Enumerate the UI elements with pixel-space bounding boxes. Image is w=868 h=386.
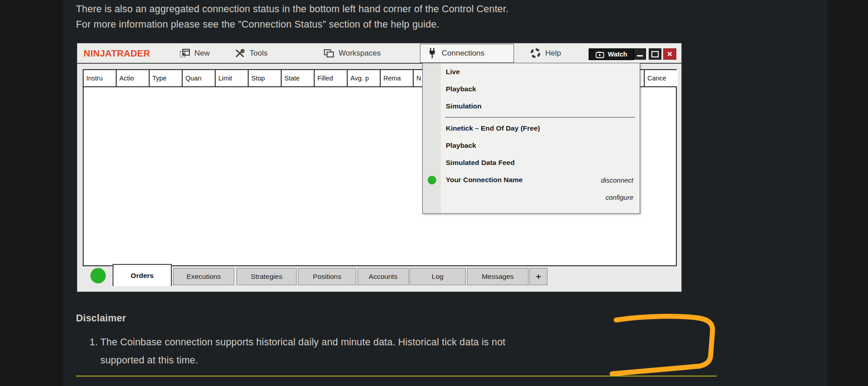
plus-icon: + — [536, 272, 541, 282]
tab-strategies[interactable]: Strategies — [236, 268, 297, 285]
list-text-line-1: The Coinbase connection supports histori… — [100, 333, 505, 351]
help-icon — [530, 47, 541, 59]
tab-accounts[interactable]: Accounts — [358, 268, 409, 285]
tab-log[interactable]: Log — [410, 268, 466, 285]
ninjatrader-control-center-window: NINJATRADER New Tools — [77, 43, 682, 292]
menu-item-kinetick-eod[interactable]: Kinetick – End Of Day (Free) — [423, 120, 640, 137]
minimize-button[interactable] — [634, 48, 646, 60]
menu-tools[interactable]: Tools — [235, 43, 268, 63]
list-number: 1. — [90, 333, 100, 369]
watch-button[interactable]: Watch — [589, 48, 634, 60]
menu-item-live[interactable]: Live — [423, 63, 640, 80]
maximize-button[interactable] — [649, 48, 661, 60]
titlebar: NINJATRADER New Tools — [77, 43, 681, 64]
configure-link[interactable]: configure — [605, 193, 633, 201]
disclaimer-heading: Disclaimer — [76, 313, 126, 324]
page-right-gutter — [827, 0, 868, 386]
tab-messages[interactable]: Messages — [467, 268, 528, 285]
intro-line-1: There is also an aggregated connection s… — [76, 1, 509, 17]
menu-item-playback[interactable]: Playback — [423, 80, 640, 98]
menu-connections-label: Connections — [442, 49, 485, 58]
column-header-filled[interactable]: Filled — [315, 70, 348, 86]
tab-orders[interactable]: Orders — [113, 264, 172, 286]
column-header-type[interactable]: Type — [150, 70, 183, 86]
close-icon: ✕ — [667, 50, 673, 58]
column-header-instrument[interactable]: Instru — [84, 70, 117, 86]
column-header-stop[interactable]: Stop — [249, 70, 282, 86]
plug-icon — [428, 47, 436, 59]
menu-item-playback-2[interactable]: Playback — [423, 137, 640, 154]
watch-tv-icon — [595, 51, 605, 58]
column-header-cancel[interactable]: Cance — [645, 70, 678, 86]
connections-dropdown-menu: Live Playback Simulation Kinetick – End … — [422, 63, 640, 214]
menu-workspaces-label: Workspaces — [339, 49, 381, 58]
page-left-gutter — [0, 0, 63, 386]
connected-status-dot — [428, 176, 436, 184]
disclaimer-list-item: 1. The Coinbase connection supports hist… — [90, 333, 505, 369]
menu-new-label: New — [194, 49, 210, 58]
tab-positions[interactable]: Positions — [298, 268, 356, 285]
tab-add[interactable]: + — [529, 268, 547, 285]
menu-workspaces[interactable]: Workspaces — [324, 43, 381, 63]
aggregated-connection-status-dot — [90, 268, 106, 283]
intro-line-2: For more information please see the "Con… — [76, 17, 509, 32]
tab-executions[interactable]: Executions — [173, 268, 234, 285]
workspaces-icon — [324, 48, 335, 58]
intro-paragraph: There is also an aggregated connection s… — [76, 1, 509, 32]
new-window-icon — [179, 48, 190, 58]
list-text: The Coinbase connection supports histori… — [100, 333, 505, 369]
menu-help[interactable]: Help — [530, 43, 561, 63]
disconnect-link[interactable]: disconnect — [601, 176, 633, 184]
watch-label: Watch — [608, 51, 627, 58]
minimize-icon — [637, 55, 643, 56]
column-header-remaining[interactable]: Rema — [381, 70, 414, 86]
menu-item-simulated-data-feed[interactable]: Simulated Data Feed — [423, 154, 640, 171]
section-divider — [76, 376, 717, 377]
menu-item-your-connection[interactable]: Your Connection Name disconnect — [423, 171, 640, 188]
menu-item-configure[interactable]: configure — [423, 188, 640, 206]
menu-tools-label: Tools — [250, 49, 268, 58]
column-header-limit[interactable]: Limit — [216, 70, 249, 86]
column-header-avg-price[interactable]: Avg. p — [348, 70, 381, 86]
menu-item-simulation[interactable]: Simulation — [423, 98, 640, 115]
maximize-icon — [651, 51, 659, 57]
menu-new[interactable]: New — [179, 43, 210, 63]
tools-icon — [235, 48, 245, 58]
column-header-quantity[interactable]: Quan — [183, 70, 216, 86]
menu-connections[interactable]: Connections — [420, 44, 514, 63]
close-button[interactable]: ✕ — [663, 48, 676, 60]
column-header-action[interactable]: Actio — [117, 70, 150, 86]
list-text-line-2: supported at this time. — [100, 351, 505, 369]
documentation-page: There is also an aggregated connection s… — [0, 0, 868, 386]
menu-separator — [445, 117, 635, 118]
menu-help-label: Help — [545, 49, 561, 58]
column-header-state[interactable]: State — [282, 70, 315, 86]
ninjatrader-logo: NINJATRADER — [84, 48, 150, 59]
